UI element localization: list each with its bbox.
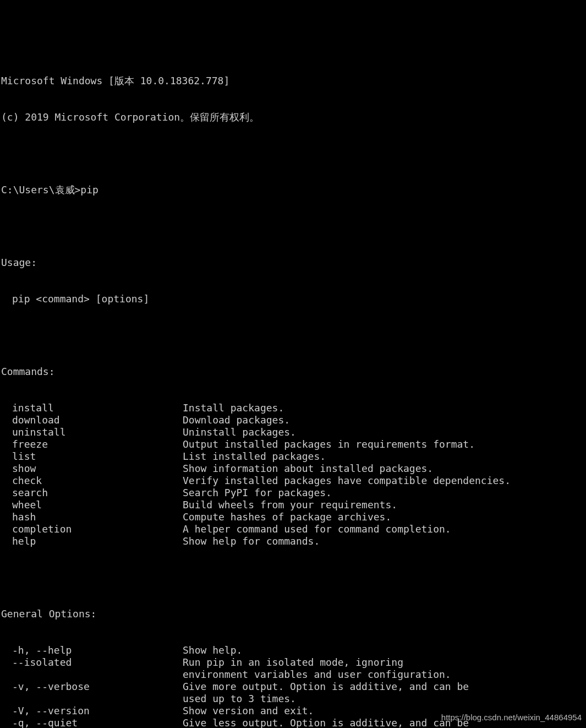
command-row: showShow information about installed pac… xyxy=(1,463,586,475)
command-desc: Install packages. xyxy=(183,402,586,414)
usage-line: pip <command> [options] xyxy=(1,293,586,305)
command-row: hashCompute hashes of package archives. xyxy=(1,511,586,523)
command-name: check xyxy=(12,475,183,487)
command-name: search xyxy=(12,487,183,499)
commands-header: Commands: xyxy=(1,366,586,378)
command-name: list xyxy=(12,450,183,463)
command-desc: A helper command used for command comple… xyxy=(183,523,586,535)
command-name: hash xyxy=(12,511,183,523)
option-name: -V, --version xyxy=(12,705,183,717)
option-name: -h, --help xyxy=(12,644,183,656)
command-row: searchSearch PyPI for packages. xyxy=(1,487,586,499)
option-desc: Run pip in an isolated mode, ignoring xyxy=(183,656,586,669)
command-name: install xyxy=(12,402,183,414)
command-row: downloadDownload packages. xyxy=(1,414,586,426)
command-row: completionA helper command used for comm… xyxy=(1,523,586,535)
command-desc: Compute hashes of package archives. xyxy=(183,511,586,523)
command-row: checkVerify installed packages have comp… xyxy=(1,475,586,487)
os-version-line: Microsoft Windows [版本 10.0.18362.778] xyxy=(1,75,586,87)
option-name: -v, --verbose xyxy=(12,681,183,693)
command-desc: Download packages. xyxy=(183,414,586,426)
prompt-line-1: C:\Users\袁威>pip xyxy=(1,184,586,196)
watermark: https://blog.csdn.net/weixin_44864954 xyxy=(441,711,582,724)
command-name: help xyxy=(12,535,183,547)
command-desc: Output installed packages in requirement… xyxy=(183,438,586,450)
option-desc: Give more output. Option is additive, an… xyxy=(183,681,586,693)
command-name: uninstall xyxy=(12,426,183,438)
command-row: uninstallUninstall packages. xyxy=(1,426,586,438)
option-name: --isolated xyxy=(12,656,183,669)
command-desc: Search PyPI for packages. xyxy=(183,487,586,499)
general-options-header: General Options: xyxy=(1,608,586,620)
option-desc-cont: used up to 3 times. xyxy=(1,693,586,705)
option-row: -v, --verboseGive more output. Option is… xyxy=(1,681,586,693)
command-name: wheel xyxy=(12,499,183,511)
usage-header: Usage: xyxy=(1,257,586,269)
command-desc: Verify installed packages have compatibl… xyxy=(183,475,586,487)
command-row: freezeOutput installed packages in requi… xyxy=(1,438,586,450)
option-row: --isolatedRun pip in an isolated mode, i… xyxy=(1,656,586,669)
command-row: helpShow help for commands. xyxy=(1,535,586,547)
command-desc: Show help for commands. xyxy=(183,535,586,547)
command-name: freeze xyxy=(12,438,183,450)
command-name: completion xyxy=(12,523,183,535)
command-row: installInstall packages. xyxy=(1,402,586,414)
command-row: wheelBuild wheels from your requirements… xyxy=(1,499,586,511)
command-row: listList installed packages. xyxy=(1,450,586,463)
option-desc-cont: environment variables and user configura… xyxy=(1,669,586,681)
command-desc: Uninstall packages. xyxy=(183,426,586,438)
command-desc: List installed packages. xyxy=(183,450,586,463)
command-desc: Show information about installed package… xyxy=(183,463,586,475)
terminal-output[interactable]: Microsoft Windows [版本 10.0.18362.778] (c… xyxy=(0,48,586,728)
option-desc: Show help. xyxy=(183,644,586,656)
option-row: -h, --helpShow help. xyxy=(1,644,586,656)
option-name: -q, --quiet xyxy=(12,717,183,728)
command-name: download xyxy=(12,414,183,426)
command-desc: Build wheels from your requirements. xyxy=(183,499,586,511)
copyright-line: (c) 2019 Microsoft Corporation。保留所有权利。 xyxy=(1,111,586,123)
command-name: show xyxy=(12,463,183,475)
